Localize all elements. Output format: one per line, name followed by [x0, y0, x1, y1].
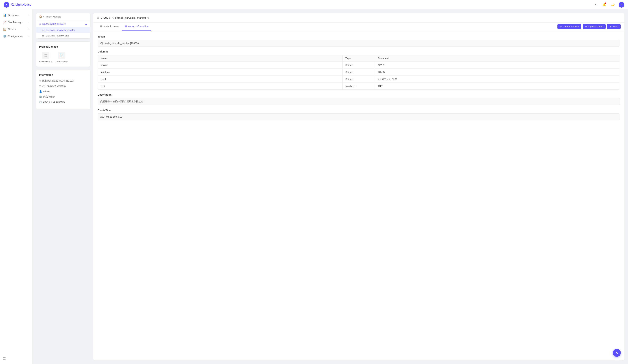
col-head-comment: Comment	[375, 55, 620, 61]
col-cell-type-1: String ▾	[342, 69, 375, 75]
group-header: ☰ Group： Gjd:trade_servcalls_monitor ⧉	[93, 13, 624, 22]
type-dropdown-3[interactable]: Number ▾	[345, 85, 356, 87]
table-row: cost Number ▾ 耗时	[98, 83, 620, 89]
create-statistic-label: Create Statistic	[563, 25, 579, 28]
sidebar-label-orders: Orders	[8, 28, 27, 31]
col-cell-comment-1: 接口名	[375, 69, 620, 75]
tab-statistic-items[interactable]: ☰ Statistic Items	[97, 22, 122, 31]
col-cell-name-2: result	[98, 75, 342, 82]
tab-group-info-label: Group Information	[128, 25, 149, 28]
project-collapse-icon: ▲	[85, 22, 87, 25]
avatar[interactable]: A	[619, 2, 625, 7]
group-icon-0: ☰	[42, 29, 44, 31]
left-panel: 🏠 / Project Manage ◇ 线上交易服务监控工程 ▲ ☰ Gjd:…	[36, 13, 90, 361]
columns-section: Columns Name Type Comment service String…	[98, 50, 620, 90]
fab-label: A	[616, 351, 618, 355]
breadcrumb-sep: /	[43, 15, 44, 18]
manage-card-title: Project Manage	[39, 45, 87, 48]
tab-group-info-icon: ☰	[125, 25, 127, 28]
settings-icon[interactable]: ✂	[593, 2, 598, 7]
manage-actions: ☰ Create Group 📄 Permissions	[39, 52, 87, 63]
col-cell-type-2: String ▾	[342, 75, 375, 82]
permissions-action[interactable]: 📄 Permissions	[56, 52, 68, 63]
tree-item-group-1[interactable]: ☰ Gjd:trade_source_stat	[36, 33, 90, 38]
copy-icon[interactable]: ⧉	[148, 16, 149, 19]
description-label: Description	[98, 93, 620, 96]
info-card-title: Information	[39, 73, 87, 76]
more-label: More	[613, 25, 618, 28]
moon-icon[interactable]: 🌙	[610, 2, 616, 7]
tab-group-information[interactable]: ☰ Group Information	[122, 22, 152, 31]
group-icon-1: ☰	[42, 34, 44, 37]
sidebar-item-orders[interactable]: 📋 Orders ▾	[0, 26, 32, 33]
col-cell-name-0: service	[98, 62, 342, 68]
info-text-1: 线上交易服务监控指标	[42, 85, 66, 88]
info-row-0: ◇ 线上交易服务监控工程 [11120]	[39, 79, 87, 82]
create-group-action[interactable]: ☰ Create Group	[39, 52, 52, 63]
manage-card: Project Manage ☰ Create Group 📄 Permissi…	[36, 42, 90, 67]
group-name-0: Gjd:trade_servcalls_monitor	[46, 29, 75, 31]
sidebar-toggle-icon[interactable]: ☰	[3, 357, 6, 361]
orders-icon: 📋	[3, 27, 6, 31]
info-icon-3: 🏢	[39, 95, 42, 98]
info-icon-1: ☰	[39, 85, 41, 87]
app-name: XL-LightHouse	[11, 3, 31, 6]
group-name-1: Gjd:trade_source_stat	[46, 34, 69, 37]
project-group-header[interactable]: ◇ 线上交易服务监控工程 ▲	[36, 20, 90, 27]
update-group-icon: ☰	[585, 25, 587, 28]
update-group-button[interactable]: ☰ Update Group	[583, 24, 606, 29]
info-text-4: 2024-04-11 18:50:31	[43, 100, 65, 103]
sidebar-item-dashboard[interactable]: 📊 Dashboard ▾	[0, 11, 32, 19]
dropdown-arrow-0: ▾	[352, 64, 353, 66]
group-header-icon: ☰	[97, 16, 99, 19]
table-row: interface String ▾ 接口名	[98, 69, 620, 75]
sidebar-label-dashboard: Dashboard	[8, 14, 27, 17]
stat-manage-icon: 📈	[3, 20, 6, 24]
update-group-label: Update Group	[588, 25, 603, 28]
project-tree: 🏠 / Project Manage ◇ 线上交易服务监控工程 ▲ ☰ Gjd:…	[36, 13, 90, 39]
create-statistic-button[interactable]: ◇ Create Statistic	[557, 24, 581, 29]
type-dropdown-1[interactable]: String ▾	[345, 71, 353, 73]
tab-statistic-items-icon: ☰	[100, 25, 102, 28]
col-cell-comment-3: 耗时	[375, 83, 620, 89]
topnav-right: ✂ 🔔 🌙 A	[593, 2, 625, 7]
sidebar: 📊 Dashboard ▾ 📈 Stat Manage ▾ 📋 Orders ▾…	[0, 9, 32, 364]
tree-item-group-0[interactable]: ☰ Gjd:trade_servcalls_monitor	[36, 27, 90, 33]
tabs-bar: ☰ Statistic Items ☰ Group Information ◇ …	[93, 22, 624, 31]
right-panel: ☰ Group： Gjd:trade_servcalls_monitor ⧉ ☰…	[93, 13, 625, 361]
columns-rows: service String ▾ 服务方 interface String ▾ …	[98, 62, 620, 89]
permissions-icon: 📄	[58, 52, 65, 59]
token-value: Gjd:trade_servcalls_monitor [100306]	[98, 40, 620, 47]
type-dropdown-2[interactable]: String ▾	[345, 78, 353, 80]
type-dropdown-0[interactable]: String ▾	[345, 64, 353, 66]
breadcrumb-current: Project Manage	[45, 15, 61, 18]
info-icon-2: 👤	[39, 90, 42, 93]
top-navigation: X XL-LightHouse ✂ 🔔 🌙 A	[0, 0, 628, 9]
create-statistic-icon: ◇	[560, 25, 562, 28]
main-content: 🏠 / Project Manage ◇ 线上交易服务监控工程 ▲ ☰ Gjd:…	[32, 9, 628, 364]
table-row: service String ▾ 服务方	[98, 62, 620, 69]
tab-statistic-items-label: Statistic Items	[103, 25, 119, 28]
info-row-4: 🕐 2024-04-11 18:50:31	[39, 100, 87, 103]
notification-icon[interactable]: 🔔	[601, 2, 607, 7]
info-icon-4: 🕐	[39, 101, 42, 103]
dropdown-arrow-2: ▾	[352, 78, 353, 80]
col-head-type: Type	[342, 55, 375, 61]
sidebar-item-stat-manage[interactable]: 📈 Stat Manage ▾	[0, 19, 32, 26]
app-logo: X XL-LightHouse	[3, 2, 31, 7]
info-text-2: admin;	[43, 90, 50, 93]
sidebar-item-configuration[interactable]: ⚙️ Configuration ▾	[0, 33, 32, 40]
col-cell-type-0: String ▾	[342, 62, 375, 68]
chevron-configuration: ▾	[28, 35, 29, 37]
permissions-label: Permissions	[56, 61, 68, 63]
col-cell-comment-0: 服务方	[375, 62, 620, 68]
info-card: Information ◇ 线上交易服务监控工程 [11120] ☰ 线上交易服…	[36, 70, 90, 109]
more-button[interactable]: ⊕ More	[607, 24, 621, 29]
fab-button[interactable]: A	[613, 349, 621, 357]
col-cell-comment-2: 0：成功，1：失败	[375, 75, 620, 82]
chevron-stat-manage: ▾	[28, 21, 29, 23]
project-name: 线上交易服务监控工程	[42, 22, 66, 25]
dashboard-icon: 📊	[3, 13, 6, 17]
configuration-icon: ⚙️	[3, 34, 6, 38]
info-text-3: 产品体验部	[43, 95, 55, 98]
